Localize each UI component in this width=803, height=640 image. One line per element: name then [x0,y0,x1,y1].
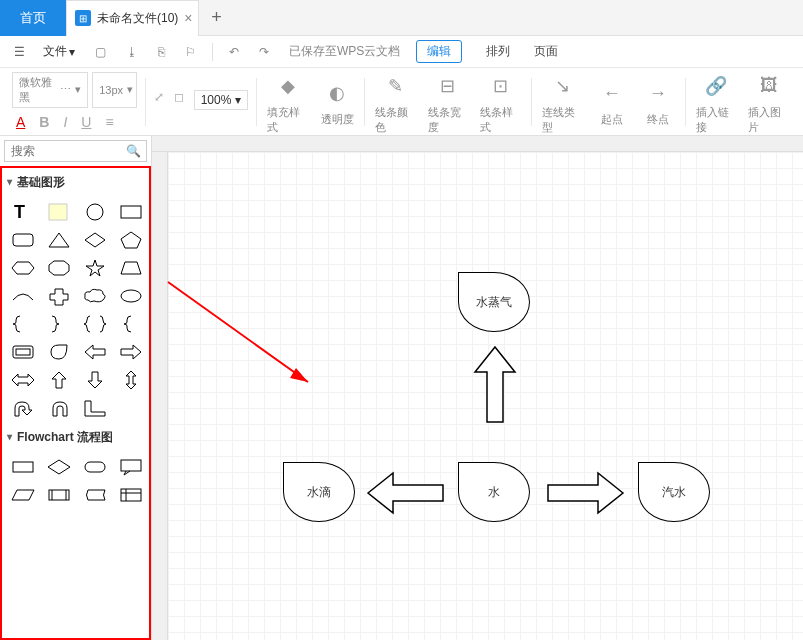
undo-icon[interactable]: ↶ [221,41,247,63]
font-color-button[interactable]: A [12,112,29,132]
align-button[interactable]: ≡ [101,112,117,132]
opacity-icon[interactable]: ◐ [320,76,354,110]
shape-text[interactable]: T [6,199,40,225]
svg-line-26 [168,282,308,382]
shape-cloud[interactable] [78,283,112,309]
redo-icon[interactable]: ↷ [251,41,277,63]
shape-fc-internal[interactable] [114,482,148,508]
shape-fc-terminator[interactable] [78,454,112,480]
svg-rect-15 [13,462,33,472]
tab-add-button[interactable]: + [199,7,234,28]
opacity-label: 透明度 [321,112,354,127]
new-doc-icon[interactable]: ▢ [87,41,114,63]
shape-fc-callout[interactable] [114,454,148,480]
zoom-select[interactable]: 100%▾ [194,90,249,110]
connector-type-icon[interactable]: ↘ [545,69,579,103]
shape-circle[interactable] [78,199,112,225]
svg-rect-18 [121,460,141,471]
shape-diamond[interactable] [78,227,112,253]
shape-arrow-left[interactable] [78,339,112,365]
svg-point-12 [121,290,141,302]
shape-braces[interactable] [78,311,112,337]
shape-pentagon[interactable] [114,227,148,253]
start-point-icon[interactable]: ← [595,76,629,110]
shape-plus[interactable] [42,283,76,309]
shape-blank[interactable] [114,395,148,421]
export-icon[interactable]: ⎘ [150,41,173,63]
shape-frame[interactable] [6,339,40,365]
font-family-select[interactable]: 微软雅黑⋯▾ [12,72,88,108]
line-color-icon[interactable]: ✎ [378,69,412,103]
shape-triangle[interactable] [42,227,76,253]
shape-arrow-bidir-h[interactable] [6,367,40,393]
node-vapor[interactable]: 水蒸气 [458,272,530,332]
flowchart-file-icon: ⊞ [75,10,91,26]
zoom-out-icon[interactable]: ⤢ [154,90,164,110]
svg-point-2 [87,204,103,220]
shape-hexagon[interactable] [6,255,40,281]
arrow-up-shape[interactable] [470,347,520,427]
shape-note[interactable] [42,199,76,225]
start-point-label: 起点 [601,112,623,127]
svg-marker-6 [85,233,105,247]
zoom-fit-icon[interactable]: ◻ [174,90,184,110]
bold-button[interactable]: B [35,112,53,132]
arrow-left-shape[interactable] [368,470,448,516]
shape-uturn-right[interactable] [42,395,76,421]
canvas-area: 水蒸气 水滴 水 汽水 [152,136,803,640]
shape-arrow-down[interactable] [78,367,112,393]
svg-text:T: T [14,202,25,222]
arrange-menu[interactable]: 排列 [486,43,510,60]
section-basic-shapes[interactable]: 基础图形 [2,168,149,197]
shape-brace-single[interactable] [114,311,148,337]
shape-arrow-bidir-v[interactable] [114,367,148,393]
italic-button[interactable]: I [59,112,71,132]
download-icon[interactable]: ⭳ [118,41,146,63]
fill-style-icon[interactable]: ◆ [271,69,305,103]
tab-file[interactable]: ⊞ 未命名文件(10) × [66,0,199,36]
shape-brace-left[interactable] [6,311,40,337]
shape-roundrect[interactable] [6,227,40,253]
shape-fc-decision[interactable] [42,454,76,480]
underline-button[interactable]: U [77,112,95,132]
shape-ellipse[interactable] [114,283,148,309]
shape-trapezoid[interactable] [114,255,148,281]
shape-corner[interactable] [78,395,112,421]
end-point-icon[interactable]: → [641,76,675,110]
font-size-select[interactable]: 13px▾ [92,72,137,108]
hamburger-icon[interactable]: ☰ [8,41,31,63]
insert-image-label: 插入图片 [748,105,789,135]
canvas[interactable]: 水蒸气 水滴 水 汽水 [168,152,803,640]
format-paint-icon[interactable]: ⚐ [177,41,204,63]
shape-fc-data[interactable] [6,482,40,508]
shape-teardrop[interactable] [42,339,76,365]
ruler-vertical [152,152,168,640]
line-width-icon[interactable]: ⊟ [431,69,465,103]
close-icon[interactable]: × [184,10,192,26]
line-width-label: 线条宽度 [428,105,469,135]
shape-rect[interactable] [114,199,148,225]
shape-fc-stored[interactable] [78,482,112,508]
arrow-right-shape[interactable] [543,470,623,516]
insert-link-icon[interactable]: 🔗 [699,69,733,103]
node-water[interactable]: 水 [458,462,530,522]
shape-arrow-up[interactable] [42,367,76,393]
page-menu[interactable]: 页面 [534,43,558,60]
section-flowchart[interactable]: Flowchart 流程图 [2,423,149,452]
node-soda[interactable]: 汽水 [638,462,710,522]
shape-brace-right[interactable] [42,311,76,337]
tab-home[interactable]: 首页 [0,0,66,36]
shape-fc-process[interactable] [6,454,40,480]
file-menu[interactable]: 文件 ▾ [35,39,83,64]
node-droplet[interactable]: 水滴 [283,462,355,522]
shape-arrow-right[interactable] [114,339,148,365]
edit-button[interactable]: 编辑 [416,40,462,63]
insert-image-icon[interactable]: 🖼 [752,69,786,103]
shape-fc-predefined[interactable] [42,482,76,508]
shape-arc[interactable] [6,283,40,309]
shape-star[interactable] [78,255,112,281]
shape-uturn-left[interactable] [6,395,40,421]
shape-octagon[interactable] [42,255,76,281]
line-style-icon[interactable]: ⊡ [484,69,518,103]
search-icon[interactable]: 🔍 [126,144,141,158]
